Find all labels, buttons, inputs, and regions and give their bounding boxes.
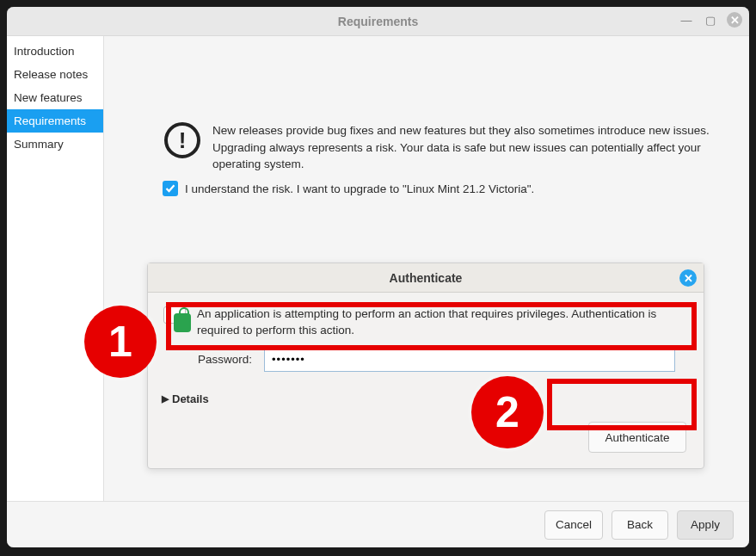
annotation-callout-2: 2	[471, 376, 544, 448]
authenticate-title: Authenticate	[390, 271, 463, 285]
risk-checkbox[interactable]	[163, 181, 178, 196]
details-toggle[interactable]: ▶ Details	[162, 392, 209, 405]
dialog-close-icon[interactable]: ✕	[679, 269, 697, 287]
cancel-button[interactable]: Cancel	[544, 510, 603, 540]
details-label: Details	[172, 392, 209, 405]
authenticate-dialog: Authenticate ✕ An application is attempt…	[147, 263, 704, 469]
sidebar-item-summary[interactable]: Summary	[7, 133, 103, 156]
annotation-callout-1: 1	[84, 306, 157, 378]
minimize-icon[interactable]: —	[679, 12, 694, 28]
authenticate-header: Authenticate ✕	[148, 263, 704, 293]
warning-block: ! New releases provide bug fixes and new…	[164, 122, 723, 173]
password-label: Password:	[198, 353, 252, 366]
upgrade-window: Requirements — ▢ ✕ Introduction Release …	[7, 7, 749, 547]
sidebar-item-release-notes[interactable]: Release notes	[7, 63, 103, 86]
sidebar: Introduction Release notes New features …	[7, 36, 104, 501]
window-body: Introduction Release notes New features …	[7, 36, 749, 501]
footer-bar: Cancel Back Apply	[7, 501, 749, 547]
titlebar: Requirements — ▢ ✕	[7, 7, 749, 36]
annotation-box-password	[166, 302, 697, 350]
sidebar-item-introduction[interactable]: Introduction	[7, 40, 103, 63]
window-controls: — ▢ ✕	[679, 12, 742, 28]
chevron-right-icon: ▶	[162, 393, 169, 405]
main-panel: ! New releases provide bug fixes and new…	[104, 36, 749, 501]
back-button[interactable]: Back	[612, 510, 668, 540]
risk-checkbox-label: I understand the risk. I want to upgrade…	[185, 182, 534, 195]
warning-icon: !	[164, 122, 200, 158]
risk-check-row[interactable]: I understand the risk. I want to upgrade…	[163, 181, 534, 196]
apply-button[interactable]: Apply	[677, 510, 734, 540]
close-icon[interactable]: ✕	[727, 12, 742, 28]
warning-text: New releases provide bug fixes and new f…	[212, 122, 723, 173]
window-title: Requirements	[338, 15, 418, 28]
sidebar-item-requirements[interactable]: Requirements	[7, 109, 103, 133]
annotation-box-authenticate	[547, 379, 697, 430]
maximize-icon[interactable]: ▢	[703, 12, 718, 28]
sidebar-item-new-features[interactable]: New features	[7, 86, 103, 109]
